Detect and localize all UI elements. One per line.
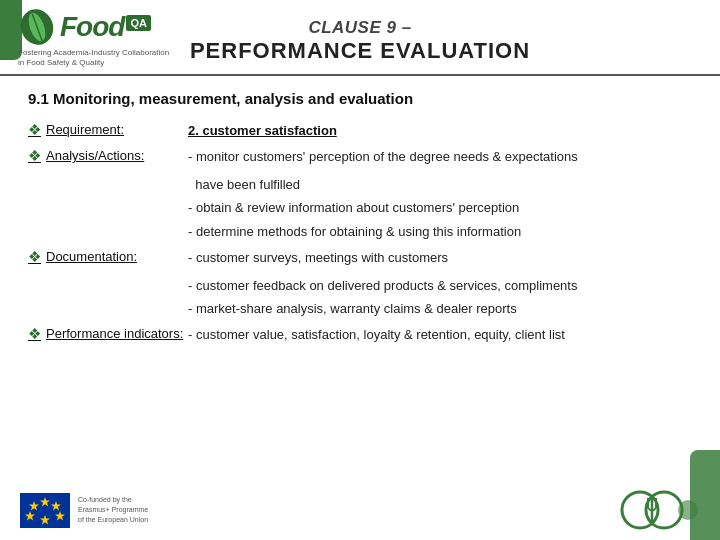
bullet-icon-3: ❖ — [28, 249, 41, 264]
bullet-icon-4: ❖ — [28, 326, 41, 341]
row-requirement: ❖ Requirement: 2. customer satisfaction — [28, 121, 692, 141]
performance-line1: - customer value, satisfaction, loyalty … — [188, 325, 692, 345]
footer-eu-text: Co-funded by theErasmus+ Programmeof the… — [78, 495, 148, 524]
documentation-label: Documentation: — [46, 249, 137, 264]
analysis-label: Analysis/Actions: — [46, 148, 144, 163]
analysis-extra: have been fulfilled - obtain & review in… — [188, 175, 692, 241]
logo-food: Food QA — [18, 8, 151, 46]
analysis-extra-line3: - determine methods for obtaining & usin… — [188, 222, 692, 242]
documentation-line1: - customer surveys, meetings with custom… — [188, 248, 692, 268]
row-label-analysis: ❖ Analysis/Actions: — [28, 147, 188, 163]
analysis-extra-line2: - obtain & review information about cust… — [188, 198, 692, 218]
requirement-value: 2. customer satisfaction — [188, 123, 337, 138]
logo-food-text: Food — [60, 13, 124, 41]
eu-flag-icon — [20, 493, 70, 528]
row-label-performance: ❖ Performance indicators: — [28, 325, 188, 341]
documentation-extra: - customer feedback on delivered product… — [188, 276, 692, 319]
performance-content: - customer value, satisfaction, loyalty … — [188, 325, 692, 347]
footer-deco-icon — [620, 488, 700, 533]
header-title: CLAUSE 9 – PERFORMANCE EVALUATION — [190, 18, 530, 64]
section-title: 9.1 Monitoring, measurement, analysis an… — [28, 90, 692, 107]
header-line1: CLAUSE 9 – — [190, 18, 530, 38]
requirement-content: 2. customer satisfaction — [188, 121, 692, 141]
performance-label: Performance indicators: — [46, 326, 183, 341]
header-line2: PERFORMANCE EVALUATION — [190, 38, 530, 64]
analysis-extra-line1: have been fulfilled — [188, 175, 692, 195]
bullet-icon-2: ❖ — [28, 148, 41, 163]
footer-right — [620, 488, 700, 533]
analysis-content: - monitor customers' perception of the d… — [188, 147, 692, 169]
row-performance: ❖ Performance indicators: - customer val… — [28, 325, 692, 347]
logo-leaf-icon — [18, 8, 56, 46]
bullet-icon: ❖ — [28, 122, 41, 137]
row-documentation: ❖ Documentation: - customer surveys, mee… — [28, 248, 692, 270]
row-label-documentation: ❖ Documentation: — [28, 248, 188, 264]
logo-subtitle: Fostering Academia-Industry Collaboratio… — [18, 48, 169, 69]
documentation-extra-line1: - customer feedback on delivered product… — [188, 276, 692, 296]
row-label-requirement: ❖ Requirement: — [28, 121, 188, 137]
row-analysis: ❖ Analysis/Actions: - monitor customers'… — [28, 147, 692, 169]
analysis-line1: - monitor customers' perception of the d… — [188, 147, 692, 167]
documentation-content: - customer surveys, meetings with custom… — [188, 248, 692, 270]
header: Food QA Fostering Academia-Industry Coll… — [0, 0, 720, 76]
requirement-label: Requirement: — [46, 122, 124, 137]
logo-qa-badge: QA — [126, 15, 151, 31]
logo-area: Food QA Fostering Academia-Industry Coll… — [18, 8, 169, 69]
footer: Co-funded by theErasmus+ Programmeof the… — [0, 480, 720, 540]
footer-left: Co-funded by theErasmus+ Programmeof the… — [20, 493, 148, 528]
svg-point-12 — [678, 500, 698, 520]
content-area: 9.1 Monitoring, measurement, analysis an… — [0, 76, 720, 363]
documentation-extra-line2: - market-share analysis, warranty claims… — [188, 299, 692, 319]
